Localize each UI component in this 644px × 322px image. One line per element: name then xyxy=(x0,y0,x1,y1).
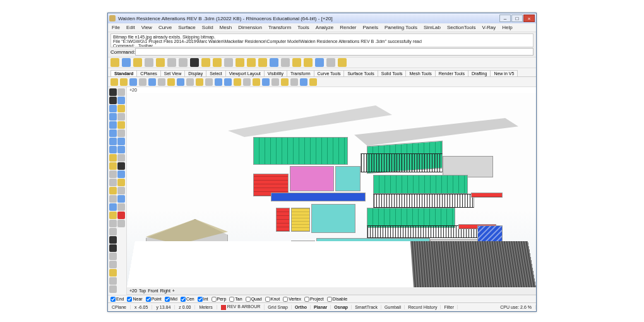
osnap-checkbox[interactable] xyxy=(127,297,132,302)
tab-curve-tools[interactable]: Curve Tools xyxy=(314,70,345,76)
tab-set-view[interactable]: Set View xyxy=(160,70,186,76)
toolbar-icon[interactable] xyxy=(117,179,125,186)
close-button[interactable]: × xyxy=(523,15,535,22)
toolbar-icon[interactable] xyxy=(109,162,117,170)
osnap-end[interactable]: End xyxy=(110,297,124,302)
toolbar-icon[interactable] xyxy=(117,212,125,219)
toolbar-tabstrip[interactable]: StandardCPlanesSet ViewDisplaySelectView… xyxy=(108,68,536,77)
tab-drafting[interactable]: Drafting xyxy=(468,70,491,76)
toolbar-icon[interactable] xyxy=(109,285,117,293)
viewport-canvas[interactable] xyxy=(127,93,536,287)
toolbar-icon[interactable] xyxy=(117,97,125,104)
toolbar-icon[interactable] xyxy=(304,58,313,67)
osnap-checkbox[interactable] xyxy=(265,297,270,302)
maximize-button[interactable]: □ xyxy=(511,15,523,22)
standard-toolbar[interactable] xyxy=(108,57,536,68)
toolbar-icon[interactable] xyxy=(186,78,194,86)
menubar[interactable]: FileEditViewCurveSurfaceSolidMeshDimensi… xyxy=(108,23,536,32)
toolbar-icon[interactable] xyxy=(158,78,165,86)
toolbar-icon[interactable] xyxy=(247,58,256,67)
menu-transform[interactable]: Transform xyxy=(268,25,291,30)
toolbar-icon[interactable] xyxy=(109,121,117,129)
osnap-perp[interactable]: Perp xyxy=(212,297,227,302)
toolbar-icon[interactable] xyxy=(109,179,117,186)
tab-display[interactable]: Display xyxy=(184,70,206,76)
menu-paneling-tools[interactable]: Paneling Tools xyxy=(385,25,417,30)
tab-surface-tools[interactable]: Surface Tools xyxy=(343,70,378,76)
tab-standard[interactable]: Standard xyxy=(110,70,137,76)
toolbar-icon[interactable] xyxy=(109,105,117,112)
toolbar-icon[interactable] xyxy=(117,129,125,137)
toolbar-icon[interactable] xyxy=(148,78,156,86)
tab-select[interactable]: Select xyxy=(206,70,225,76)
toggle-planar[interactable]: Planar xyxy=(311,305,331,309)
toolbar-icon[interactable] xyxy=(110,58,119,67)
toolbar-icon[interactable] xyxy=(201,58,210,67)
osnap-checkbox[interactable] xyxy=(304,297,309,302)
menu-render[interactable]: Render xyxy=(340,25,356,30)
toolbar-icon[interactable] xyxy=(213,58,222,67)
toolbar-icon[interactable] xyxy=(117,203,125,211)
osnap-checkbox[interactable] xyxy=(110,297,116,302)
toolbar-icon[interactable] xyxy=(292,58,301,67)
toolbar-icon[interactable] xyxy=(109,212,117,219)
toggle-grid-snap[interactable]: Grid Snap xyxy=(265,305,292,309)
toolbar-icon[interactable] xyxy=(117,105,125,112)
toolbar-icon[interactable] xyxy=(109,269,117,277)
tab-mesh-tools[interactable]: Mesh Tools xyxy=(405,70,435,76)
toolbar-icon[interactable] xyxy=(309,78,317,86)
toggle-gumball[interactable]: Gumball xyxy=(381,305,405,309)
toolbar-icon[interactable] xyxy=(109,146,117,153)
toolbar-icon[interactable] xyxy=(109,261,117,268)
toolbar-icon[interactable] xyxy=(109,170,117,178)
toolbar-icon[interactable] xyxy=(109,195,117,203)
osnap-disable[interactable]: Disable xyxy=(327,297,347,302)
toolbar-icon[interactable] xyxy=(156,58,165,67)
toolbar-icon[interactable] xyxy=(117,138,125,145)
osnap-checkbox[interactable] xyxy=(212,297,217,302)
status-cpu[interactable]: CPU use: 2.6 % xyxy=(496,305,536,309)
osnap-checkbox[interactable] xyxy=(246,297,251,302)
toolbar-icon[interactable] xyxy=(117,162,125,170)
menu-edit[interactable]: Edit xyxy=(126,25,135,30)
titlebar[interactable]: Walden Residence Alterations REV B .3dm … xyxy=(108,13,536,23)
toolbar-icon[interactable] xyxy=(109,187,117,194)
toolbar-icon[interactable] xyxy=(109,113,117,121)
toolbar-icon[interactable] xyxy=(117,121,125,129)
toggle-filter[interactable]: Filter xyxy=(441,305,458,309)
toolbar-icon[interactable] xyxy=(117,113,125,121)
osnap-checkbox[interactable] xyxy=(146,297,151,302)
menu-analyze[interactable]: Analyze xyxy=(316,25,333,30)
osnap-vertex[interactable]: Vertex xyxy=(283,297,301,302)
toggle-osnap[interactable]: Osnap xyxy=(331,305,352,309)
toolbar-icon[interactable] xyxy=(117,187,125,194)
toolbar-icon[interactable] xyxy=(122,58,131,67)
tab-new-in-v5[interactable]: New in V5 xyxy=(490,70,518,76)
toolbar-icon[interactable] xyxy=(117,220,125,227)
osnap-cen[interactable]: Cen xyxy=(181,297,194,302)
viewport-tab[interactable]: +20 xyxy=(129,289,137,293)
toolbar-icon[interactable] xyxy=(234,78,241,86)
status-z[interactable]: z 0.00 xyxy=(175,305,195,309)
toolbar-icon[interactable] xyxy=(109,244,117,252)
osnap-checkbox[interactable] xyxy=(327,297,332,302)
toolbar-icon[interactable] xyxy=(262,78,270,86)
toolbar-icon[interactable] xyxy=(258,58,267,67)
toolbar-icon[interactable] xyxy=(270,58,278,67)
toolbar-icon[interactable] xyxy=(224,58,233,67)
menu-panels[interactable]: Panels xyxy=(363,25,378,30)
menu-curve[interactable]: Curve xyxy=(158,25,172,30)
status-x[interactable]: x -6.05 xyxy=(131,305,152,309)
toolbar-icon[interactable] xyxy=(109,236,117,244)
toolbar-icon[interactable] xyxy=(117,195,125,203)
osnap-quad[interactable]: Quad xyxy=(246,297,262,302)
minimize-button[interactable]: – xyxy=(499,15,511,22)
toolbar-icon[interactable] xyxy=(109,129,117,137)
status-units[interactable]: Meters xyxy=(195,305,217,309)
osnap-checkbox[interactable] xyxy=(181,297,186,302)
toolbar-icon[interactable] xyxy=(109,220,117,227)
toolbar-icon[interactable] xyxy=(167,58,176,67)
status-y[interactable]: y 13.84 xyxy=(152,305,175,309)
tab-transform[interactable]: Transform xyxy=(287,70,314,76)
osnap-checkbox[interactable] xyxy=(229,297,234,302)
